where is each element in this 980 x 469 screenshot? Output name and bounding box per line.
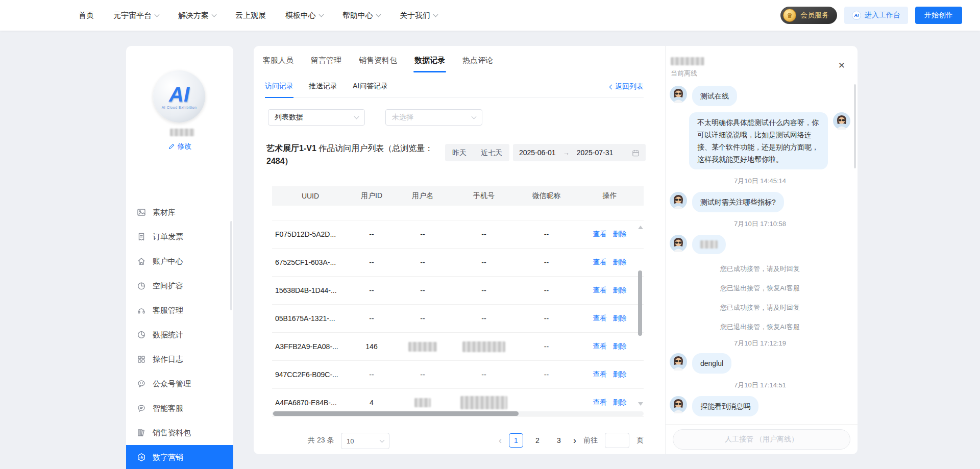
chat-timestamp: 7月10日 17:12:19 [670, 339, 850, 348]
nav-item-metaverse[interactable]: 元宇宙平台 [113, 11, 159, 20]
tab-sales-package[interactable]: 销售资料包 [358, 50, 398, 72]
table-row: 05B1675A-1321-... -- -- -- -- 查看删除 [272, 305, 644, 333]
date-range-picker[interactable]: 2025-06-01 → 2025-07-31 [513, 144, 646, 161]
view-link[interactable]: 查看 [593, 314, 607, 322]
sidebar-item-official-account[interactable]: 公众号管理 [126, 372, 233, 396]
nav-item-help[interactable]: 帮助中心 [342, 11, 380, 20]
tab-message-manage[interactable]: 留言管理 [310, 50, 342, 72]
sidebar-item-account-center[interactable]: 账户中心 [126, 249, 233, 274]
view-link[interactable]: 查看 [593, 342, 607, 350]
table-vertical-scrollbar[interactable] [638, 270, 642, 336]
sidebar-item-operation-log[interactable]: 操作日志 [126, 347, 233, 372]
nav-item-home[interactable]: 首页 [79, 11, 94, 20]
view-link[interactable]: 查看 [593, 286, 607, 294]
tab-hot-comments[interactable]: 热点评论 [461, 50, 494, 72]
member-service-button[interactable]: 会员服务 [780, 7, 837, 24]
delete-link[interactable]: 删除 [613, 314, 627, 322]
table-row: 67525CF1-603A-... -- -- -- -- 查看删除 [272, 249, 644, 277]
sidebar-item-material-library[interactable]: 素材库 [126, 200, 233, 225]
subtab-push-records[interactable]: 推送记录 [309, 82, 337, 97]
navbar-actions: 会员服务 AI 进入工作台 开始创作 [780, 7, 962, 24]
cell-username-blurred [395, 398, 451, 407]
sidebar-item-sales-package[interactable]: 销售资料包 [126, 421, 233, 445]
prev-page-icon[interactable]: ‹ [499, 433, 502, 448]
sidebar-scrollbar[interactable] [230, 221, 232, 310]
sidebar-item-space-expand[interactable]: 空间扩容 [126, 274, 233, 298]
manual-takeover-input[interactable]: 人工接管 （用户离线） [673, 429, 850, 450]
chat-scrollbar[interactable] [854, 84, 856, 168]
subtab-visit-records[interactable]: 访问记录 [265, 82, 293, 97]
chat-panel: 当前离线 ✕ 测试在线 不太明确你具体想测试什么内容呀，你可以详细说说哦，比如是… [665, 46, 857, 454]
view-link[interactable]: 查看 [593, 230, 607, 238]
chat-timestamp: 7月10日 17:10:58 [670, 219, 850, 229]
chevron-down-icon [380, 437, 385, 442]
close-icon[interactable]: ✕ [838, 61, 845, 70]
nav-item-cloud-exhibition[interactable]: 云上观展 [235, 11, 266, 20]
nav-item-solutions[interactable]: 解决方案 [178, 11, 216, 20]
list-data-select[interactable]: 列表数据 [268, 109, 365, 126]
tab-service-staff[interactable]: 客服人员 [262, 50, 295, 72]
ai-avatar-subtitle: AI Cloud Exhibition [162, 106, 197, 109]
cell-user-id: 4 [349, 399, 395, 407]
page: 首页 元宇宙平台 解决方案 云上观展 模板中心 帮助中心 关于我们 会员服务 A… [0, 0, 980, 469]
enter-workspace-button[interactable]: AI 进入工作台 [844, 7, 908, 24]
pie-icon [137, 281, 146, 290]
delete-link[interactable]: 删除 [613, 230, 627, 238]
next-page-icon[interactable]: › [573, 433, 576, 448]
cell-wechat: -- [517, 342, 576, 351]
sidebar-item-data-stats[interactable]: 数据统计 [126, 323, 233, 347]
sidebar-item-service-manage[interactable]: 客服管理 [126, 298, 233, 323]
cell-phone: -- [451, 258, 517, 266]
ai-logo-icon: AI [852, 11, 861, 20]
scroll-down-arrow-icon[interactable] [638, 402, 643, 406]
yesterday-button[interactable]: 昨天 [445, 144, 474, 161]
chevron-down-icon [354, 114, 359, 119]
scroll-up-arrow-icon[interactable] [638, 226, 643, 229]
avatar[interactable]: AI AI Cloud Exhibition [153, 70, 205, 122]
cell-phone: -- [451, 230, 517, 238]
user-avatar-icon [670, 86, 687, 103]
username-blurred [170, 129, 194, 136]
tab-data-records[interactable]: 数据记录 [413, 50, 446, 72]
sidebar-item-smart-service[interactable]: 智能客服 [126, 396, 233, 421]
back-to-list-link[interactable]: 返回列表 [610, 82, 644, 91]
user-avatar-icon [670, 353, 687, 371]
pager: ‹ 1 2 3 › 前往 页 [499, 433, 644, 448]
delete-link[interactable]: 删除 [613, 258, 627, 266]
view-link[interactable]: 查看 [593, 258, 607, 266]
unselected-select[interactable]: 未选择 [385, 109, 482, 126]
edit-profile-link[interactable]: 修改 [126, 142, 233, 151]
start-create-button[interactable]: 开始创作 [915, 7, 962, 24]
view-link[interactable]: 查看 [593, 371, 607, 378]
page-number-3[interactable]: 3 [552, 433, 566, 448]
delete-link[interactable]: 删除 [613, 342, 627, 350]
page-number-2[interactable]: 2 [530, 433, 545, 448]
cell-username-blurred [395, 342, 451, 352]
user-avatar-icon [670, 192, 687, 209]
medal-icon [783, 9, 796, 22]
headset-icon [137, 306, 146, 315]
nav-item-about[interactable]: 关于我们 [400, 11, 437, 20]
table-horizontal-scrollbar[interactable] [273, 411, 519, 416]
cell-uuid: 15638D4B-1D44-... [272, 286, 349, 294]
pagination-total: 共 23 条 [308, 436, 334, 445]
sidebar-item-order-invoice[interactable]: 订单发票 [126, 225, 233, 249]
chat-system-message: 您已成功接管，请及时回复 [670, 264, 850, 274]
page-size-select[interactable]: 10 [341, 433, 389, 449]
date-shortcut-group: 昨天 近七天 [445, 144, 509, 161]
view-link[interactable]: 查看 [593, 399, 607, 406]
delete-link[interactable]: 删除 [613, 286, 627, 294]
nav-item-templates[interactable]: 模板中心 [285, 11, 323, 20]
chat-message-left: 测试时需关注哪些指标? [670, 192, 850, 212]
sidebar-item-digital-marketing[interactable]: 数字营销 [126, 445, 233, 469]
subtab-ai-qa-records[interactable]: AI问答记录 [353, 82, 388, 97]
ai-avatar-glyph: AI [169, 84, 189, 105]
list-title: 艺术展厅1-V1 作品访问用户列表（总浏览量：2484） [266, 142, 435, 167]
cell-wechat: -- [517, 230, 576, 238]
delete-link[interactable]: 删除 [613, 371, 627, 378]
table-row: A3FFB2A9-EA08-... 146 -- 查看删除 [272, 333, 644, 361]
delete-link[interactable]: 删除 [613, 399, 627, 406]
last7days-button[interactable]: 近七天 [474, 144, 509, 161]
page-number-1[interactable]: 1 [509, 433, 523, 448]
goto-page-input[interactable] [605, 433, 629, 448]
